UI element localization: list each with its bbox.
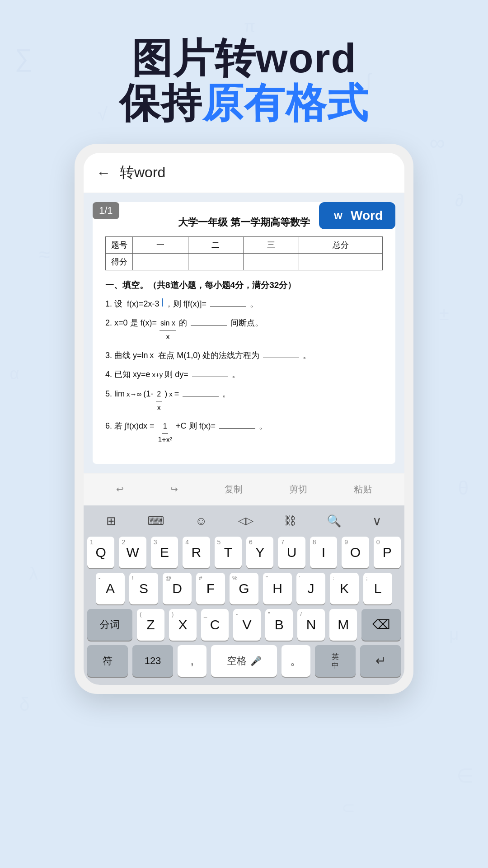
keyboard-row-1: 1Q 2W 3E 4R 5T 6Y 7U 8I 9O 0P (87, 537, 401, 568)
key-L[interactable]: ;L (363, 573, 392, 604)
link-icon[interactable]: ⛓ (280, 511, 300, 531)
key-comma[interactable]: , (178, 645, 206, 677)
delete-key[interactable]: ⌫ (361, 609, 401, 641)
paste-button[interactable]: 粘贴 (347, 481, 379, 498)
key-enter[interactable]: ↵ (360, 645, 401, 677)
collapse-icon[interactable]: ∨ (368, 511, 386, 531)
blank-5 (183, 396, 219, 396)
key-X[interactable]: )X (169, 609, 197, 641)
key-K[interactable]: :K (330, 573, 359, 604)
key-A[interactable]: -A (96, 573, 125, 604)
blank-4 (192, 377, 228, 377)
page-badge: 1/1 (93, 202, 119, 219)
key-Y[interactable]: 6Y (246, 537, 273, 568)
fn-fenci[interactable]: 分词 (87, 609, 132, 641)
key-M[interactable]: M (329, 609, 357, 641)
question-3: 3. 曲线 y=ln x 在点 M(1,0) 处的法线方程为 。 (105, 348, 383, 363)
copy-button[interactable]: 复制 (217, 481, 250, 498)
table-cell-2 (188, 254, 244, 270)
key-T[interactable]: 5T (215, 537, 242, 568)
table-cell-1 (133, 254, 188, 270)
key-Z[interactable]: (Z (137, 609, 164, 641)
edit-toolbar: ↩ ↪ 复制 剪切 粘贴 (84, 473, 404, 505)
table-header-4: 总分 (299, 237, 383, 254)
table-header-3: 三 (244, 237, 299, 254)
key-J[interactable]: 'J (296, 573, 325, 604)
blank-6 (219, 428, 255, 429)
header-title: 转word (120, 163, 165, 183)
key-rows: 1Q 2W 3E 4R 5T 6Y 7U 8I 9O 0P -A ! (84, 535, 404, 685)
key-W[interactable]: 2W (119, 537, 146, 568)
hero-line2-highlight: 原有格式 (202, 80, 369, 126)
blank-1 (210, 306, 246, 307)
key-O[interactable]: 9O (342, 537, 369, 568)
blank-3 (263, 358, 299, 358)
hero-line2-normal: 保持 (119, 80, 202, 126)
key-N[interactable]: /N (297, 609, 325, 641)
app-header: ← 转word (84, 153, 404, 193)
lang-bottom: 中 (332, 661, 339, 670)
table-cell-3 (244, 254, 299, 270)
score-table: 题号 一 二 三 总分 得分 (105, 236, 383, 270)
table-header-1: 一 (133, 237, 188, 254)
content-wrapper: 图片转word 保持原有格式 ← 转word 1/1 W W (0, 0, 488, 694)
key-R[interactable]: 4R (183, 537, 210, 568)
key-V[interactable]: -V (233, 609, 261, 641)
section1-header: 一、填空。（共8道小题，每小题4分，满分32分） (105, 279, 383, 291)
key-lang[interactable]: 英 中 (315, 645, 356, 677)
hero-line2: 保持原有格式 (119, 81, 369, 126)
mic-icon[interactable]: 🎤 (250, 656, 262, 666)
emoji-icon[interactable]: ☺ (191, 511, 212, 531)
key-F[interactable]: #F (196, 573, 225, 604)
cursor-control-icon[interactable]: ◁▷ (234, 512, 258, 529)
key-E[interactable]: 3E (151, 537, 178, 568)
key-I[interactable]: 8I (310, 537, 337, 568)
redo-button[interactable]: ↪ (163, 481, 185, 497)
hero-title: 图片转word 保持原有格式 (119, 36, 369, 126)
key-D[interactable]: @D (163, 573, 192, 604)
key-C[interactable]: _C (201, 609, 229, 641)
key-S[interactable]: !S (129, 573, 158, 604)
key-U[interactable]: 7U (278, 537, 305, 568)
lang-top: 英 (332, 652, 339, 661)
keyboard-area: ⊞ ⌨ ☺ ◁▷ ⛓ 🔍 ∨ 1Q 2W 3E 4R 5 (84, 505, 404, 685)
search-icon[interactable]: 🔍 (322, 511, 346, 531)
word-button[interactable]: W Word (319, 202, 395, 229)
key-H[interactable]: "H (263, 573, 292, 604)
key-Q[interactable]: 1Q (87, 537, 114, 568)
fraction-sinx: sin xx (160, 317, 176, 344)
phone-inner: ← 转word 1/1 W Word 大学一年级 第一学期高等数学 (84, 153, 404, 685)
key-space[interactable]: 空格 🎤 (211, 645, 277, 677)
back-button[interactable]: ← (96, 165, 111, 181)
text-cursor (162, 298, 163, 307)
svg-text:W: W (334, 211, 343, 221)
keyboard-row-4: 符 123 , 空格 🎤 。 英 中 ↵ (87, 645, 401, 677)
space-label: 空格 (227, 654, 247, 668)
key-period[interactable]: 。 (282, 645, 310, 677)
table-row-label: 得分 (106, 254, 133, 270)
key-G[interactable]: %G (230, 573, 258, 604)
fraction-2x: 2x (156, 388, 162, 415)
key-B[interactable]: "B (265, 609, 293, 641)
blank-2 (191, 325, 227, 326)
document-page: 大学一年级 第一学期高等数学 题号 一 二 三 总分 得分 (93, 202, 395, 464)
table-cell-4 (299, 254, 383, 270)
document-area: 1/1 W Word 大学一年级 第一学期高等数学 题号 (84, 193, 404, 473)
cut-button[interactable]: 剪切 (282, 481, 314, 498)
fn-123[interactable]: 123 (132, 645, 173, 677)
grid-icon[interactable]: ⊞ (102, 511, 121, 531)
question-2: 2. x=0 是 f(x)=sin xx 的 间断点。 (105, 316, 383, 344)
question-1: 1. 设 f(x)=2x-3，则 f[f(x)]= 。 (105, 297, 383, 311)
fn-fu[interactable]: 符 (87, 645, 128, 677)
keyboard-icon[interactable]: ⌨ (143, 511, 169, 531)
word-icon: W (332, 208, 346, 223)
phone-mockup: ← 转word 1/1 W Word 大学一年级 第一学期高等数学 (75, 144, 413, 694)
fraction-integral: 11+x² (157, 420, 173, 447)
keyboard-row-2: -A !S @D #F %G "H 'J :K ;L (87, 573, 401, 604)
key-P[interactable]: 0P (374, 537, 401, 568)
keyboard-top-row: ⊞ ⌨ ☺ ◁▷ ⛓ 🔍 ∨ (84, 505, 404, 535)
keyboard-row-3: 分词 (Z )X _C -V "B /N M ⌫ (87, 609, 401, 641)
hero-line1: 图片转word (119, 36, 369, 81)
table-header-0: 题号 (106, 237, 133, 254)
undo-button[interactable]: ↩ (109, 481, 131, 497)
